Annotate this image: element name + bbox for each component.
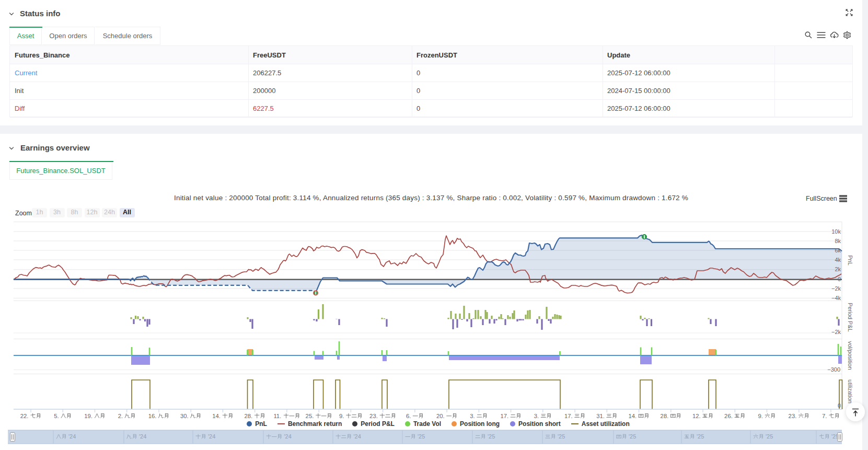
- svg-text:17.: 17.: [500, 413, 510, 419]
- svg-text:'24: '24: [67, 433, 76, 440]
- svg-text:23.: 23.: [789, 413, 798, 419]
- svg-text:'25: '25: [695, 433, 704, 440]
- svg-text:26.: 26.: [724, 413, 734, 419]
- svg-text:utilization: utilization: [847, 379, 853, 403]
- svg-text:22.: 22.: [20, 413, 30, 419]
- svg-text:−4k: −4k: [831, 295, 841, 301]
- svg-text:17.: 17.: [564, 413, 574, 419]
- svg-text:2.: 2.: [118, 413, 125, 419]
- svg-text:7.: 7.: [822, 413, 829, 419]
- svg-text:9.: 9.: [339, 413, 346, 419]
- svg-text:14.: 14.: [628, 413, 638, 419]
- svg-text:12.: 12.: [692, 413, 702, 419]
- svg-text:3.: 3.: [470, 413, 477, 419]
- svg-text:'25: '25: [556, 433, 565, 440]
- svg-text:6k: 6k: [835, 247, 841, 253]
- svg-text:−300: −300: [827, 366, 840, 373]
- svg-text:31.: 31.: [596, 413, 606, 419]
- svg-text:14.: 14.: [212, 413, 222, 419]
- svg-text:4k: 4k: [835, 257, 841, 263]
- svg-text:Period P&L: Period P&L: [847, 303, 853, 332]
- svg-text:8k: 8k: [835, 238, 841, 244]
- svg-text:16.: 16.: [148, 413, 158, 419]
- svg-text:−2k: −2k: [831, 329, 841, 335]
- svg-text:9.: 9.: [758, 413, 765, 419]
- svg-text:19.: 19.: [84, 413, 94, 419]
- svg-text:20.: 20.: [436, 413, 446, 419]
- svg-text:2k: 2k: [835, 266, 841, 272]
- svg-text:28.: 28.: [661, 413, 670, 419]
- svg-text:vol/position: vol/position: [847, 341, 853, 370]
- svg-text:25.: 25.: [306, 413, 316, 419]
- svg-text:23.: 23.: [369, 413, 379, 419]
- svg-text:'24: '24: [206, 433, 215, 440]
- svg-text:10k: 10k: [831, 228, 841, 235]
- svg-text:'24: '24: [137, 433, 146, 440]
- svg-text:−2k: −2k: [831, 285, 841, 292]
- svg-text:11.: 11.: [273, 413, 283, 419]
- svg-text:'24: '24: [352, 433, 361, 440]
- svg-text:28.: 28.: [245, 413, 254, 419]
- svg-text:6.: 6.: [406, 413, 413, 419]
- svg-text:'24: '24: [282, 433, 291, 440]
- svg-text:30.: 30.: [180, 413, 190, 419]
- svg-text:'25: '25: [627, 433, 636, 440]
- svg-text:'25: '25: [764, 433, 773, 440]
- svg-text:PnL: PnL: [847, 255, 853, 266]
- svg-text:5.: 5.: [54, 413, 61, 419]
- svg-text:0: 0: [838, 402, 841, 409]
- svg-text:'25: '25: [486, 433, 495, 440]
- svg-text:3.: 3.: [534, 413, 541, 419]
- svg-text:0: 0: [838, 276, 841, 282]
- svg-text:'25: '25: [416, 433, 425, 440]
